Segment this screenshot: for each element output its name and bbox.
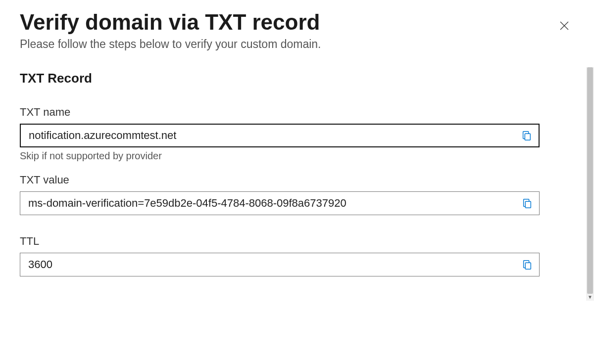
scroll-down-arrow[interactable]: ▼ xyxy=(588,295,593,300)
txt-value-row xyxy=(20,191,540,215)
txt-name-label: TXT name xyxy=(20,106,540,119)
ttl-row xyxy=(20,253,540,276)
copy-icon xyxy=(521,130,532,141)
copy-icon xyxy=(522,259,533,270)
page-subtitle: Please follow the steps below to verify … xyxy=(20,38,574,51)
close-icon xyxy=(558,20,570,32)
txt-name-input[interactable] xyxy=(21,125,515,146)
ttl-input[interactable] xyxy=(20,253,515,276)
txt-name-row xyxy=(20,124,540,147)
svg-rect-4 xyxy=(525,263,531,269)
close-button[interactable] xyxy=(557,19,571,33)
dialog-body: Verify domain via TXT record Please foll… xyxy=(0,0,594,364)
svg-rect-3 xyxy=(525,201,531,208)
svg-rect-2 xyxy=(525,134,530,140)
copy-ttl-button[interactable] xyxy=(515,253,539,276)
txt-value-label: TXT value xyxy=(20,174,540,186)
copy-icon xyxy=(522,198,533,209)
copy-txt-value-button[interactable] xyxy=(515,192,539,215)
txt-name-hint: Skip if not supported by provider xyxy=(20,150,540,162)
scrollbar-thumb[interactable] xyxy=(587,67,593,294)
page-title: Verify domain via TXT record xyxy=(20,10,574,35)
copy-txt-name-button[interactable] xyxy=(515,125,539,146)
txt-value-field: TXT value xyxy=(20,174,540,215)
txt-name-field: TXT name Skip if not supported by provid… xyxy=(20,106,540,162)
section-title: TXT Record xyxy=(20,71,574,86)
ttl-field: TTL xyxy=(20,235,540,276)
ttl-label: TTL xyxy=(20,235,540,248)
txt-value-input[interactable] xyxy=(20,192,515,215)
